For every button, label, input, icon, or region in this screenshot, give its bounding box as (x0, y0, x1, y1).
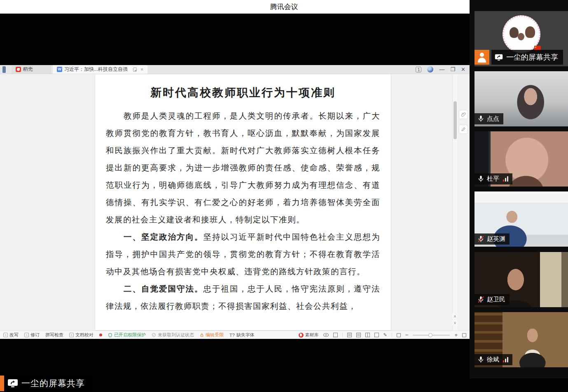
volume-bars-icon (503, 357, 508, 362)
outline-view-button[interactable] (356, 333, 361, 337)
tab-docer[interactable]: 稻壳 (12, 65, 51, 74)
mic-muted-icon (477, 296, 484, 303)
participant-tile-zhaoyingyuan[interactable]: 赵英渊 (475, 191, 568, 247)
fit-page-icon (397, 333, 401, 337)
pen-icon (461, 127, 466, 132)
docer-icon (16, 67, 21, 72)
banner-label: 一尘的屏幕共享 (21, 378, 85, 389)
statusbar-right-group: 素材库 ✎ − + (299, 332, 466, 338)
auth-label: 未获取到认证状态 (158, 332, 194, 338)
wps-close-button[interactable]: ✕ (461, 65, 465, 74)
missing-font-label: 缺失字体 (236, 332, 255, 338)
book-view-icon (365, 333, 370, 337)
tencent-meeting-window: 腾讯会议 稻壳 W 习近平：加快...科技自立自强 (0, 0, 568, 392)
page-setup-button[interactable] (333, 333, 338, 337)
next-page-button[interactable]: ∨ (452, 320, 458, 326)
toggle-icon: × (69, 333, 74, 337)
outline-view-icon (356, 333, 361, 337)
edit-tool-button[interactable] (459, 125, 468, 134)
document-canvas: 新时代高校教师职业行为十项准则 教师是人类灵魂的工程师，是人类文明的传承者。长期… (0, 75, 470, 331)
volume-bars-icon (503, 176, 508, 182)
zoom-out-button[interactable]: − (405, 332, 409, 338)
globe-icon[interactable] (427, 66, 433, 72)
fullscreen-button[interactable] (462, 333, 466, 337)
wps-home-icon[interactable] (2, 66, 6, 73)
shared-wps-window: 稻壳 W 习近平：加快...科技自立自强 × 1 — ❐ ✕ (0, 65, 470, 339)
avatar-figure (510, 27, 519, 38)
previous-page-button[interactable]: ∧ (452, 313, 458, 319)
zoom-slider-knob[interactable] (428, 333, 432, 337)
participant-label: 徐斌 (475, 354, 512, 365)
document-title: 新时代高校教师职业行为十项准则 (106, 85, 380, 100)
spellcheck-label: 拼写检查 (45, 332, 63, 338)
grid-icon (333, 333, 338, 337)
wps-minimize-button[interactable]: — (439, 65, 444, 74)
participant-tile-zhaoweimin[interactable]: 赵卫民 (475, 252, 568, 307)
shield-icon (108, 333, 112, 338)
eye-protect-button[interactable] (323, 333, 329, 337)
proofread-toggle[interactable]: ×文档校对 (69, 332, 93, 338)
avatar (503, 15, 540, 53)
tab-document[interactable]: W 习近平：加快...科技自立自强 × (53, 65, 147, 74)
revise-label: 修订 (30, 332, 40, 338)
fit-page-button[interactable] (397, 333, 401, 337)
participant-tile-yichen[interactable]: 一尘的屏幕共享 (475, 11, 568, 66)
web-view-icon (374, 333, 379, 337)
rewrite-label: 改写 (9, 332, 19, 338)
web-layout-button[interactable] (374, 333, 379, 337)
avatar-figure (525, 26, 535, 38)
mic-on-icon (477, 175, 484, 183)
missing-font-status[interactable]: T? 缺失字体 (229, 332, 255, 338)
check-badge-icon (152, 333, 156, 337)
asset-library-button[interactable]: 素材库 (299, 332, 319, 338)
missing-font-icon: T? (229, 333, 235, 338)
read-layout-button[interactable] (365, 333, 370, 337)
permission-label: 已开启权限保护 (114, 332, 146, 338)
participant-label: 杜平 (475, 173, 512, 184)
zoom-in-button[interactable]: + (454, 332, 458, 338)
zoom-slider[interactable] (413, 335, 450, 336)
tab-close-icon[interactable]: × (140, 67, 143, 72)
auth-status[interactable]: 未获取到认证状态 (152, 332, 194, 338)
edit-limited-status[interactable]: 编辑受限 (200, 332, 224, 338)
lock-icon (200, 333, 204, 338)
participant-label: 赵卫民 (475, 294, 510, 305)
document-paragraph: 一、坚定政治方向。坚持以习近平新时代中国特色社会主义思想为指导，拥护中国共产党的… (106, 229, 380, 280)
paragraph-lead: 二、自觉爱国守法。 (124, 285, 203, 293)
page-view-button[interactable] (347, 333, 352, 337)
screen-share-icon (7, 379, 18, 388)
spellcheck-button[interactable]: 拼写检查 (45, 332, 63, 338)
document-page[interactable]: 新时代高校教师职业行为十项准则 教师是人类灵魂的工程师，是人类文明的传承者。长期… (95, 75, 391, 331)
revise-toggle[interactable]: ×修订 (24, 332, 40, 338)
separator (342, 333, 343, 337)
permission-status[interactable]: 已开启权限保护 (108, 332, 146, 338)
rewrite-toggle[interactable]: ×改写 (3, 332, 19, 338)
attachment-tool-button[interactable] (459, 110, 468, 119)
mic-on-icon (477, 115, 484, 123)
page-view-icon (347, 333, 352, 337)
participant-label: 点点 (475, 113, 503, 124)
wps-statusbar: ×改写 ×修订 拼写检查 ×文档校对 已开启权限保护 未获取到认证状态 编辑受限 (0, 331, 470, 339)
scrollbar-thumb[interactable] (453, 101, 457, 139)
wps-restore-button[interactable]: ❐ (450, 65, 455, 74)
document-paragraph: 二、自觉爱国守法。忠于祖国，忠于人民，恪守宪法原则，遵守法律法规，依法履行教师职… (106, 280, 380, 315)
asset-library-icon (299, 333, 304, 338)
participant-tile-duping[interactable]: 杜平 (475, 131, 568, 187)
vertical-scrollbar[interactable] (452, 75, 457, 331)
participant-tile-diandian[interactable]: 点点 (475, 71, 568, 126)
participant-name: 杜平 (487, 175, 499, 183)
document-paragraph: 教师是人类灵魂的工程师，是人类文明的传承者。长期以来，广大教师贯彻党的教育方针，… (106, 107, 380, 229)
comment-bubble-icon[interactable] (133, 68, 137, 72)
tab-count-badge[interactable]: 1 (416, 67, 421, 72)
annotate-button[interactable]: ✎ (383, 332, 387, 338)
banner-accent-bar (0, 376, 4, 391)
screen-share-banner: 一尘的屏幕共享 (0, 376, 91, 391)
fullscreen-icon (462, 333, 466, 337)
wps-tabbar: 稻壳 W 习近平：加快...科技自立自强 × 1 — ❐ ✕ (0, 65, 470, 74)
participant-name: 赵卫民 (487, 296, 505, 303)
eye-icon (323, 333, 329, 337)
separator (392, 333, 392, 337)
banner-chip: 一尘的屏幕共享 (4, 376, 91, 391)
annotate-pen-icon: ✎ (383, 332, 387, 338)
participant-tile-xubin[interactable]: 徐斌 (475, 312, 568, 367)
